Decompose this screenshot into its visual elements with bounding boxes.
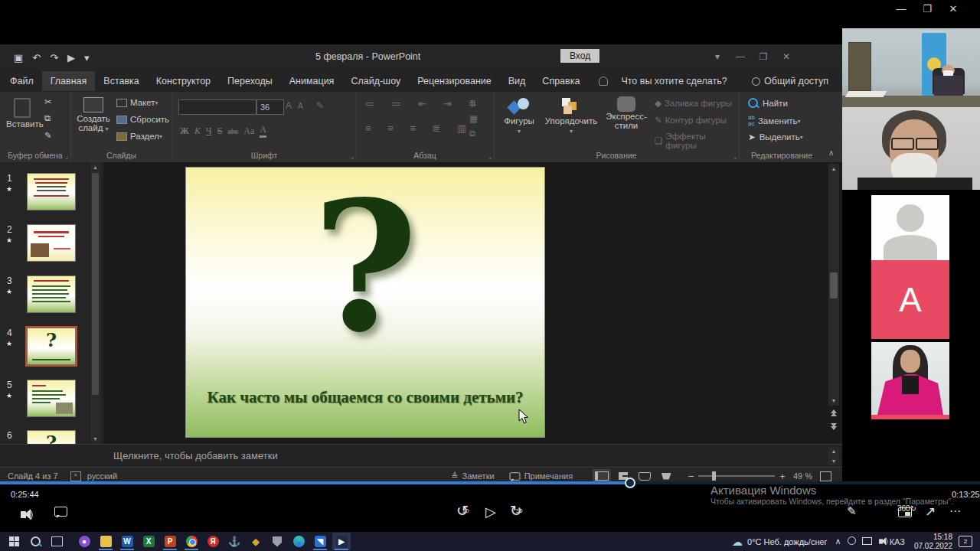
scroll-down-icon[interactable]: ▼ xyxy=(90,436,100,442)
task-view-icon[interactable] xyxy=(47,533,66,550)
seek-bar-knob[interactable] xyxy=(625,478,635,488)
shapes-button[interactable]: Фигуры ▾ xyxy=(500,96,538,135)
volume-icon[interactable] xyxy=(21,511,26,518)
character-spacing-button[interactable]: Aa xyxy=(243,126,254,137)
slide-scrollbar[interactable]: ▲ ▼ xyxy=(828,164,839,406)
participant-video-tile[interactable] xyxy=(871,342,949,415)
tray-display-icon[interactable] xyxy=(862,537,872,546)
previous-slide-button[interactable] xyxy=(828,409,839,417)
close-window-icon[interactable]: ✕ xyxy=(940,3,966,15)
save-icon[interactable]: ▣ xyxy=(14,52,23,64)
webcam-feed-office[interactable] xyxy=(842,28,980,107)
replace-button[interactable]: ab ac Заменить ▾ xyxy=(748,115,801,127)
zoom-level[interactable]: 49 % xyxy=(793,471,812,481)
quick-styles-button[interactable]: Экспресс- стили xyxy=(603,96,650,130)
notes-toggle[interactable]: ≜ Заметки xyxy=(451,471,494,481)
shrink-font-icon[interactable]: A xyxy=(298,102,303,110)
notification-center-icon[interactable]: 2 xyxy=(959,536,972,547)
zoom-slider[interactable] xyxy=(698,475,775,477)
zoom-in-button[interactable]: + xyxy=(779,471,786,482)
shield-app-icon[interactable] xyxy=(268,533,286,550)
fullscreen-icon[interactable]: ↗ xyxy=(925,504,936,520)
next-slide-button[interactable] xyxy=(828,422,839,431)
powerpoint-icon[interactable]: P xyxy=(161,533,179,550)
bold-button[interactable]: Ж xyxy=(180,126,189,137)
rotate-360-icon[interactable]: 360↻ xyxy=(897,504,916,513)
taskbar-app-purple[interactable]: ● xyxy=(75,533,93,550)
start-slideshow-icon[interactable]: ▶ xyxy=(67,52,75,64)
more-options-icon[interactable]: ⋯ xyxy=(949,504,961,518)
webcam-feed-closeup[interactable] xyxy=(842,107,980,190)
align-text-icon[interactable]: ▦ xyxy=(469,113,478,124)
minimize-window-icon[interactable]: — xyxy=(888,3,914,15)
scanner-app-icon[interactable]: ◥ xyxy=(311,533,329,550)
annotate-pencil-icon[interactable]: ✎ xyxy=(847,504,857,518)
ppt-close-icon[interactable]: ✕ xyxy=(775,51,798,62)
start-button[interactable] xyxy=(5,533,23,550)
find-button[interactable]: Найти xyxy=(748,98,788,108)
zoom-out-button[interactable]: − xyxy=(688,470,694,482)
taskbar-search-icon[interactable] xyxy=(26,533,44,550)
slide-thumbnail-4-selected[interactable]: ? xyxy=(27,328,76,365)
underline-button[interactable]: Ч xyxy=(206,126,212,137)
reset-button[interactable]: Сбросить xyxy=(116,115,169,124)
copy-icon[interactable]: ⧉ xyxy=(44,113,51,123)
word-icon[interactable]: W xyxy=(118,533,136,550)
cut-icon[interactable]: ✂ xyxy=(44,96,52,107)
tab-help[interactable]: Справка xyxy=(534,71,588,91)
strikethrough-button[interactable]: S xyxy=(217,126,223,137)
paragraph-row1-icons[interactable]: ≔ ≔ ⇤ ⇥ ≑ xyxy=(365,98,483,109)
clock[interactable]: 15:18 07.02.2022 xyxy=(914,533,952,550)
undo-icon[interactable]: ↶ xyxy=(32,52,41,64)
paragraph-row2-icons[interactable]: ≡ ≡ ≡ ≣ ▥ xyxy=(365,122,473,134)
sign-in-button[interactable]: Вход xyxy=(560,49,599,63)
drawing-dialog-launcher-icon[interactable]: ⌟ xyxy=(733,153,737,160)
tray-person-icon[interactable] xyxy=(848,536,856,546)
notes-pane[interactable]: Щелкните, чтобы добавить заметки ▲ ▼ xyxy=(0,444,842,468)
shape-effects-button[interactable]: ❏ Эффекты фигуры xyxy=(655,132,739,150)
scroll-down-icon[interactable]: ▼ xyxy=(828,458,839,464)
weather-text[interactable]: 0°C Неб. дождь/снег xyxy=(747,537,828,546)
ribbon-display-options-icon[interactable]: ▾ xyxy=(706,51,729,62)
italic-button[interactable]: К xyxy=(194,126,201,137)
share-button[interactable]: Общий доступ xyxy=(752,76,828,86)
file-explorer-icon[interactable] xyxy=(96,533,115,550)
accessibility-check-icon[interactable]: ✕ xyxy=(70,471,81,481)
tray-expand-icon[interactable]: ∧ xyxy=(835,536,841,546)
arrange-button[interactable]: Упорядочить ▾ xyxy=(543,96,599,135)
redo-icon[interactable]: ↷ xyxy=(50,52,58,64)
keyboard-language[interactable]: КАЗ xyxy=(890,537,905,546)
font-size-input[interactable]: 36 xyxy=(256,99,284,115)
tab-transitions[interactable]: Переходы xyxy=(219,71,281,91)
video-player-icon[interactable]: ▶ xyxy=(332,533,351,550)
clear-formatting-icon[interactable]: ✎ xyxy=(316,100,324,111)
tab-view[interactable]: Вид xyxy=(500,71,534,91)
grow-font-icon[interactable]: A xyxy=(286,100,292,111)
format-painter-icon[interactable]: ✎ xyxy=(44,130,52,141)
shape-fill-button[interactable]: ◆ Заливка фигуры xyxy=(655,98,732,109)
anchor-app-icon[interactable]: ⚓ xyxy=(225,533,243,550)
edge-icon[interactable] xyxy=(289,533,308,550)
slide-thumbnail-2[interactable] xyxy=(27,224,76,262)
participant-avatar-tile[interactable] xyxy=(871,195,949,260)
excel-icon[interactable]: X xyxy=(139,533,158,550)
layout-button[interactable]: Макет ▾ xyxy=(116,98,158,107)
weather-cloud-icon[interactable]: ☁ xyxy=(732,536,743,548)
tab-animations[interactable]: Анимация xyxy=(281,71,343,91)
tab-review[interactable]: Рецензирование xyxy=(409,71,500,91)
tray-volume-icon[interactable] xyxy=(878,537,884,546)
tab-file[interactable]: Файл xyxy=(2,71,42,91)
ppt-maximize-icon[interactable]: ❐ xyxy=(752,51,775,62)
scroll-up-icon[interactable]: ▲ xyxy=(828,166,839,171)
smartart-icon[interactable]: ⧉ xyxy=(469,129,475,139)
slide-thumbnail-3[interactable] xyxy=(27,276,76,313)
participant-letter-tile[interactable]: A xyxy=(871,260,949,339)
restore-window-icon[interactable]: ❐ xyxy=(914,3,940,15)
collapse-ribbon-icon[interactable]: ∧ xyxy=(828,148,834,157)
font-name-input[interactable] xyxy=(178,99,256,115)
text-shadow-button[interactable]: abc xyxy=(227,127,238,135)
scroll-up-icon[interactable]: ▲ xyxy=(828,448,839,454)
font-color-button[interactable]: A xyxy=(260,124,266,138)
shape-outline-button[interactable]: ✎ Контур фигуры xyxy=(655,115,727,126)
gold-app-icon[interactable]: ◆ xyxy=(247,533,265,550)
